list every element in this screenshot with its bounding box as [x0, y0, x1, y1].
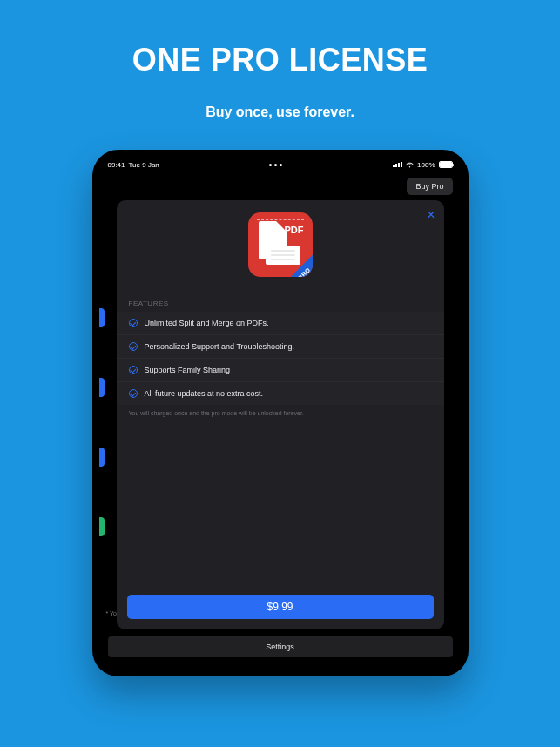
checkmark-icon [129, 342, 138, 351]
close-icon[interactable]: × [427, 207, 435, 223]
settings-button[interactable]: Settings [108, 636, 453, 657]
features-heading: FEATURES [129, 299, 432, 307]
page-headline: ONE PRO LICENSE [132, 42, 428, 78]
device-frame: 09:41 Tue 9 Jan 100% Buy Pro * Yo S [92, 150, 469, 676]
buy-pro-button[interactable]: Buy Pro [407, 178, 452, 195]
pro-modal: × PDF PRO FEATURES Unlimited [117, 200, 444, 629]
purchase-button[interactable]: $9.99 [127, 595, 434, 619]
app-icon-label: PDF [285, 225, 304, 235]
signal-icon [393, 162, 402, 167]
feature-text: Unlimited Split and Merge on PDFs. [145, 319, 269, 327]
background-action-hint [99, 308, 105, 327]
feature-item: Unlimited Split and Merge on PDFs. [117, 312, 444, 334]
checkmark-icon [129, 366, 138, 374]
app-background: Buy Pro * Yo Settings × PDF PRO [99, 172, 462, 670]
battery-icon [439, 161, 453, 168]
device-screen: 09:41 Tue 9 Jan 100% Buy Pro * Yo S [99, 157, 462, 670]
checkmark-icon [129, 389, 138, 398]
feature-item: Supports Family Sharing [117, 358, 444, 381]
feature-item: Personalized Support and Troubleshooting… [117, 334, 444, 358]
app-icon: PDF PRO [248, 212, 313, 277]
features-list: Unlimited Split and Merge on PDFs. Perso… [117, 312, 444, 405]
background-action-hint [99, 517, 105, 536]
background-action-hint [99, 448, 105, 467]
feature-item: All future updates at no extra cost. [117, 381, 444, 405]
app-icon-container: PDF PRO [117, 212, 444, 277]
feature-text: Supports Family Sharing [145, 366, 231, 374]
disclaimer-text: You will charged once and the pro mode w… [129, 410, 432, 416]
status-date: Tue 9 Jan [129, 161, 159, 169]
status-bar: 09:41 Tue 9 Jan 100% [99, 157, 462, 172]
checkmark-icon [129, 319, 138, 327]
status-battery-pct: 100% [417, 161, 435, 169]
background-action-hint [99, 378, 105, 397]
wifi-icon [406, 162, 414, 168]
feature-text: Personalized Support and Troubleshooting… [145, 342, 295, 351]
multitask-dots-icon [269, 164, 282, 166]
footer-text-fragment: * Yo [106, 610, 117, 616]
status-time: 09:41 [108, 161, 125, 169]
feature-text: All future updates at no extra cost. [145, 389, 264, 398]
page-tagline: Buy once, use forever. [206, 104, 354, 120]
